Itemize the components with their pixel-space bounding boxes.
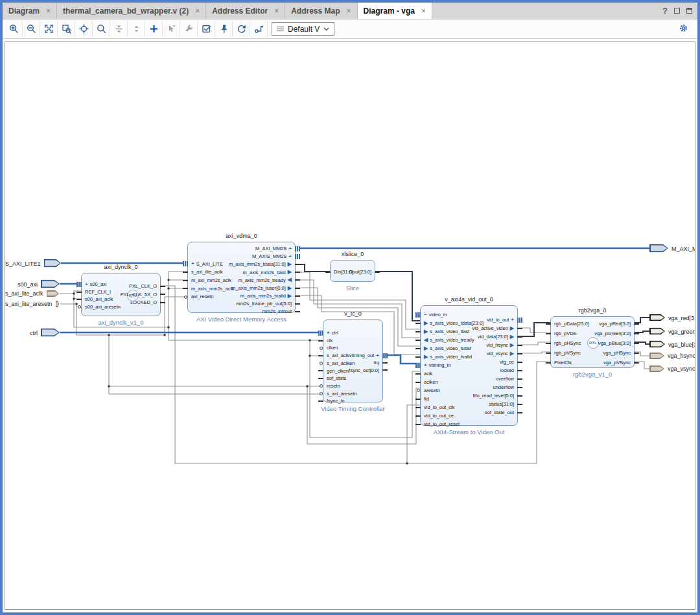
- customize-block-button[interactable]: [180, 21, 198, 37]
- block-pin[interactable]: +vtiming_in: [424, 361, 450, 369]
- block-pin[interactable]: −video_in: [424, 310, 447, 319]
- block-pin[interactable]: ▶vid_data[23:0]: [478, 332, 514, 341]
- block-pin[interactable]: mm2s_frame_ptr_out[5:0]: [236, 300, 292, 308]
- float-window-icon[interactable]: [674, 8, 680, 14]
- block-rgb2vga-0[interactable]: rgb2vga_0 rgb2vga_v1_0 RTL rgb_pData[23:…: [550, 316, 635, 368]
- block-pin[interactable]: +s00_axi: [85, 281, 107, 288]
- block-pin[interactable]: vga_pRed[3:0]: [599, 319, 631, 329]
- tab-thermal-camera-bd-wrapper[interactable]: thermal_camera_bd_wrapper.v (2) ×: [57, 3, 206, 19]
- search-button[interactable]: [93, 21, 110, 37]
- block-pin[interactable]: clk: [327, 337, 332, 345]
- block-pin[interactable]: vtg_ce: [500, 358, 514, 366]
- close-icon[interactable]: ×: [421, 6, 426, 16]
- block-pin[interactable]: s00_axi_aresetn: [85, 303, 121, 311]
- layout-selector[interactable]: Default V: [272, 22, 334, 36]
- block-pin[interactable]: mm2s_introut: [262, 308, 292, 316]
- block-pin[interactable]: vga_pVSync: [603, 358, 631, 367]
- tab-address-editor[interactable]: Address Editor ×: [206, 3, 285, 19]
- block-pin[interactable]: fsync_out[0:0]: [349, 367, 379, 374]
- block-pin[interactable]: PixelClk: [554, 358, 572, 367]
- block-pin[interactable]: aclken: [424, 378, 438, 386]
- block-pin[interactable]: s00_axi_aclk: [85, 296, 113, 303]
- maximize-window-icon[interactable]: [686, 8, 692, 14]
- block-pin[interactable]: irq: [374, 359, 379, 366]
- external-port-s-axi-lite-aresetn[interactable]: s_axi_lite_aresetn: [5, 301, 59, 307]
- block-pin[interactable]: rgb_pData[23:0]: [554, 319, 589, 329]
- zoom-fit-button[interactable]: [40, 21, 58, 37]
- center-selection-button[interactable]: [75, 21, 93, 37]
- external-port-vga-hsync[interactable]: vga_hsync: [649, 353, 695, 359]
- external-port-s00-axi[interactable]: s00_axi: [5, 280, 60, 288]
- block-pin[interactable]: overflow: [496, 375, 514, 383]
- block-pin[interactable]: sof_state_out: [485, 408, 514, 417]
- tab-diagram[interactable]: Diagram ×: [3, 3, 57, 19]
- block-pin[interactable]: clken: [327, 344, 338, 352]
- tab-diagram-vga[interactable]: Diagram - vga ×: [358, 3, 432, 19]
- external-port-vga-red[interactable]: vga_red[3:0]: [649, 314, 695, 321]
- close-icon[interactable]: ×: [274, 6, 279, 16]
- block-pin[interactable]: Dout[23:0]: [349, 268, 371, 276]
- block-pin[interactable]: ◀m_axis_mm2s_tready: [238, 276, 292, 284]
- block-pin[interactable]: ▶vid_hsync: [486, 341, 514, 349]
- expand-hierarchy-button[interactable]: [128, 21, 145, 37]
- block-pin[interactable]: +ctrl: [327, 329, 338, 337]
- block-pin[interactable]: vid_io_out_ce: [424, 412, 454, 420]
- block-pin[interactable]: vid_io_out_clk: [424, 403, 455, 412]
- block-pin[interactable]: REF_CLK_I: [85, 288, 111, 296]
- block-pin[interactable]: status[31:0]: [489, 400, 514, 408]
- block-pin[interactable]: PXL_CLK_5X_O: [121, 290, 157, 298]
- block-pin[interactable]: +S_AXI_LITE: [191, 260, 223, 268]
- close-icon[interactable]: ×: [347, 6, 351, 16]
- block-pin[interactable]: sof_state: [327, 375, 346, 382]
- zoom-to-selection-button[interactable]: [58, 21, 75, 37]
- block-pin[interactable]: s_axi_aclk: [327, 352, 349, 360]
- block-pin[interactable]: +vid_io_out: [487, 316, 514, 324]
- close-icon[interactable]: ×: [195, 6, 200, 16]
- block-pin[interactable]: rgb_pVSync: [554, 348, 581, 358]
- block-pin[interactable]: fid: [424, 395, 429, 403]
- zoom-in-button[interactable]: [5, 21, 23, 37]
- block-pin[interactable]: ▶s_axis_video_tuser: [424, 344, 471, 353]
- block-pin[interactable]: m_axi_mm2s_aclk: [191, 276, 231, 284]
- regenerate-layout-button[interactable]: [233, 21, 250, 37]
- block-pin[interactable]: ▶m_axis_mm2s_tvalid: [240, 292, 292, 300]
- block-pin[interactable]: ▶s_axis_video_tlast: [424, 327, 469, 336]
- block-pin[interactable]: vga_pGreen[3:0]: [594, 329, 631, 338]
- block-pin[interactable]: LOCKED_O: [130, 299, 157, 307]
- block-pin[interactable]: ▶vid_vsync: [487, 349, 514, 358]
- block-axi-vdma-0[interactable]: axi_vdma_0 AXI Video Direct Memory Acces…: [187, 242, 296, 313]
- block-pin[interactable]: +M_AXIS_MM2S: [252, 253, 292, 261]
- block-pin[interactable]: underflow: [493, 383, 514, 391]
- block-v-tc-0[interactable]: v_tc_0 Video Timing Controller +ctrlclkc…: [323, 319, 383, 402]
- collapse-hierarchy-button[interactable]: [110, 21, 128, 37]
- external-port-vga-blue[interactable]: vga_blue[3:0]: [649, 341, 695, 348]
- help-icon[interactable]: ?: [662, 6, 668, 16]
- add-ip-button[interactable]: [145, 21, 163, 37]
- block-pin[interactable]: fsync_in: [327, 397, 345, 405]
- block-pin[interactable]: +vtiming_out: [349, 352, 379, 359]
- external-port-s-axi-lite-aclk[interactable]: s_axi_lite_aclk: [5, 290, 59, 297]
- block-pin[interactable]: vga_pHSync: [603, 348, 631, 358]
- block-pin[interactable]: vid_io_out_reset: [424, 420, 460, 428]
- block-pin[interactable]: +M_AXI_MM2S: [255, 245, 292, 253]
- block-pin[interactable]: m_axis_mm2s_aclk: [191, 284, 234, 293]
- block-pin[interactable]: locked: [500, 366, 514, 375]
- block-pin[interactable]: fifo_read_level[5:0]: [473, 391, 514, 400]
- pin-toolbar-button[interactable]: [215, 21, 233, 37]
- block-pin[interactable]: ◀s_axis_video_tready: [424, 336, 474, 344]
- external-port-vga-vsync[interactable]: vga_vsync: [649, 366, 695, 372]
- block-pin[interactable]: vga_pBlue[3:0]: [598, 338, 631, 348]
- tab-address-map[interactable]: Address Map ×: [285, 3, 357, 19]
- external-port-s-axi-lite1[interactable]: S_AXI_LITE1: [5, 259, 61, 268]
- external-port-m-axi-mm2s[interactable]: M_AXI_MM2S: [649, 244, 695, 253]
- block-xlslice-0[interactable]: xlslice_0 Slice Din[31:0] Dout[23:0]: [330, 260, 375, 282]
- block-pin[interactable]: rgb_pHSync: [554, 338, 581, 348]
- block-pin[interactable]: axi_resetn: [191, 293, 214, 301]
- block-pin[interactable]: s_axi_lite_aclk: [191, 268, 223, 277]
- block-pin[interactable]: ▶vid_active_video: [472, 324, 514, 332]
- make-connection-button[interactable]: [163, 21, 180, 37]
- external-port-ctrl[interactable]: ctrl: [5, 329, 60, 337]
- block-pin[interactable]: s_axi_aresetn: [327, 390, 357, 398]
- optimize-routing-button[interactable]: [250, 21, 268, 37]
- close-icon[interactable]: ×: [46, 6, 51, 16]
